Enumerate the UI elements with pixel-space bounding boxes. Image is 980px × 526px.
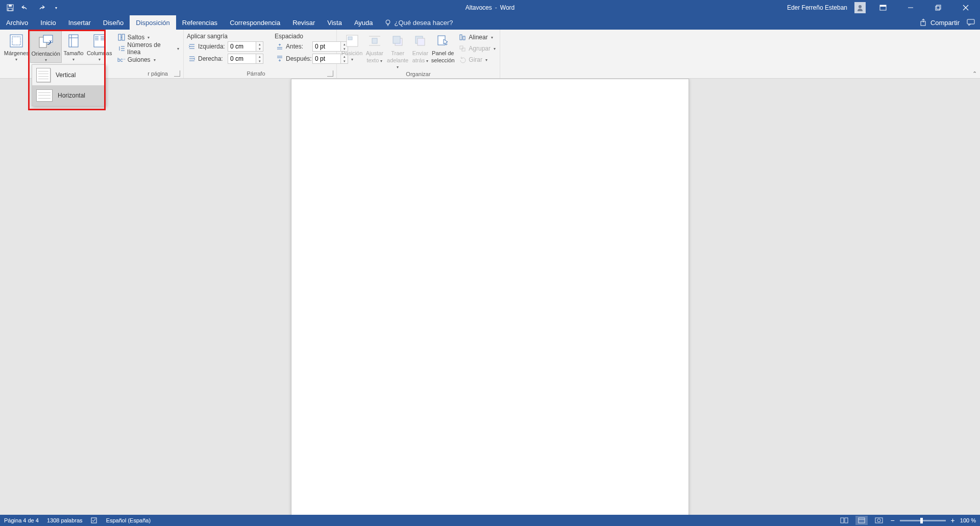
status-language[interactable]: Español (España) — [106, 517, 151, 523]
status-page[interactable]: Página 4 de 4 — [4, 517, 39, 523]
size-label: Tamaño — [64, 50, 84, 56]
share-label: Compartir — [930, 19, 960, 27]
svg-rect-31 — [122, 34, 125, 40]
tab-archivo[interactable]: Archivo — [0, 15, 34, 30]
margins-button[interactable]: Márgenes ▾ — [3, 31, 30, 62]
user-avatar-icon[interactable] — [854, 2, 866, 13]
zoom-slider-thumb[interactable] — [920, 518, 923, 523]
share-button[interactable]: Compartir — [920, 19, 960, 27]
spin-down-icon[interactable]: ▾ — [256, 46, 263, 51]
send-backward-label-2: atrás — [412, 57, 425, 63]
indent-right-spinner[interactable]: ▴▾ — [228, 53, 263, 64]
ribbon: Márgenes ▾ Orientación ▾ Tamaño ▾ — [0, 30, 980, 79]
collapse-ribbon-icon[interactable]: ⌃ — [972, 70, 977, 77]
svg-rect-53 — [859, 518, 865, 523]
wrap-text-label-1: Ajustar — [366, 50, 383, 56]
tab-inicio[interactable]: Inicio — [34, 15, 62, 30]
selection-pane-label-1: Panel de — [432, 50, 454, 56]
tab-referencias[interactable]: Referencias — [176, 15, 224, 30]
position-icon — [344, 33, 360, 49]
indent-left-row: Izquierda: ▴▾ — [187, 41, 264, 52]
columns-label: Columnas — [87, 50, 112, 56]
title-separator: - — [495, 4, 497, 11]
send-backward-button[interactable]: Enviar atrás ▾ — [410, 31, 431, 63]
tab-correspondencia[interactable]: Correspondencia — [224, 15, 286, 30]
page[interactable] — [291, 79, 689, 515]
arrange-group-label: Organizar — [340, 71, 497, 77]
indent-right-label: Derecha: — [198, 55, 226, 62]
orientation-button[interactable]: Orientación ▾ — [30, 31, 62, 63]
status-proofing-icon[interactable] — [91, 517, 98, 524]
redo-icon[interactable] — [37, 4, 45, 12]
spin-down-icon[interactable]: ▾ — [256, 59, 263, 63]
tab-revisar[interactable]: Revisar — [286, 15, 321, 30]
indent-right-icon — [188, 55, 196, 63]
user-name[interactable]: Eder Ferreño Esteban — [787, 4, 847, 11]
ribbon-display-icon[interactable] — [873, 0, 893, 15]
tell-me-input[interactable] — [395, 19, 481, 27]
tell-me[interactable] — [379, 15, 486, 30]
zoom-level[interactable]: 100 % — [960, 517, 976, 523]
group-objects-button[interactable]: Agrupar▾ — [457, 43, 497, 54]
indent-left-spinner[interactable]: ▴▾ — [228, 41, 263, 52]
tab-vista[interactable]: Vista — [321, 15, 348, 30]
spin-up-icon[interactable]: ▴ — [256, 42, 263, 46]
status-word-count[interactable]: 1308 palabras — [47, 517, 83, 523]
orientation-vertical[interactable]: Vertical — [32, 65, 105, 85]
align-button[interactable]: Alinear▾ — [457, 32, 497, 43]
group-label-arrange: Organizar — [340, 69, 497, 78]
svg-rect-51 — [841, 518, 844, 523]
view-web-layout-icon[interactable] — [873, 516, 885, 525]
wrap-text-label-2: texto — [366, 57, 379, 63]
tab-ayuda[interactable]: Ayuda — [348, 15, 379, 30]
dropdown-icon: ▾ — [45, 58, 47, 62]
dialog-launcher-icon[interactable] — [174, 70, 180, 77]
zoom-slider[interactable] — [900, 520, 946, 521]
undo-icon[interactable] — [21, 4, 30, 12]
comments-icon[interactable] — [967, 19, 975, 26]
close-button[interactable] — [955, 0, 976, 15]
view-read-mode-icon[interactable] — [838, 516, 850, 525]
svg-rect-42 — [393, 36, 400, 43]
dropdown-icon: ▾ — [72, 57, 75, 62]
tab-diseno[interactable]: Diseño — [97, 15, 130, 30]
tab-insertar[interactable]: Insertar — [62, 15, 97, 30]
svg-rect-8 — [937, 5, 941, 9]
qat-customize-icon[interactable]: ▾ — [52, 4, 60, 12]
share-area: Compartir — [920, 15, 980, 30]
breaks-icon — [117, 33, 126, 41]
group-label-paragraph: Párrafo — [187, 69, 333, 78]
wrap-text-button[interactable]: Ajustar texto ▾ — [364, 31, 385, 63]
size-button[interactable]: Tamaño ▾ — [62, 31, 86, 62]
save-icon[interactable] — [6, 4, 14, 12]
hyphenation-label: Guiones — [128, 56, 151, 63]
minimize-button[interactable] — [900, 0, 921, 15]
line-numbers-button[interactable]: Números de línea▾ — [116, 43, 180, 54]
columns-button[interactable]: Columnas ▾ — [85, 31, 113, 62]
svg-point-11 — [386, 20, 390, 24]
margins-label: Márgenes — [4, 50, 29, 56]
dialog-launcher-icon[interactable] — [327, 70, 333, 77]
hyphenation-button[interactable]: bc⁻ Guiones▾ — [116, 54, 180, 65]
spin-up-icon[interactable]: ▴ — [256, 54, 263, 59]
svg-rect-38 — [372, 38, 377, 43]
position-button[interactable]: Posición ▾ — [340, 31, 364, 62]
svg-rect-1 — [9, 5, 12, 7]
selection-pane-button[interactable]: Panel de selección — [430, 31, 455, 63]
document-name: Altavoces — [465, 4, 492, 11]
svg-rect-37 — [348, 37, 352, 40]
indent-left-input[interactable] — [228, 41, 256, 52]
document-area[interactable] — [0, 79, 980, 515]
orientation-horizontal[interactable]: Horizontal — [32, 85, 105, 106]
indent-right-input[interactable] — [228, 54, 256, 64]
zoom-in-button[interactable]: + — [951, 516, 955, 524]
bring-forward-label-2: adelante — [387, 57, 408, 63]
maximize-button[interactable] — [928, 0, 948, 15]
view-print-layout-icon[interactable] — [855, 516, 868, 525]
rotate-button[interactable]: Girar▾ — [457, 54, 497, 65]
tab-disposicion[interactable]: Disposición — [130, 15, 176, 30]
bring-forward-button[interactable]: Traer adelante ▾ — [385, 31, 410, 69]
hyphenation-icon: bc⁻ — [117, 56, 126, 64]
zoom-out-button[interactable]: − — [890, 516, 894, 524]
group-paragraph: Aplicar sangría Izquierda: ▴▾ Derecha: ▴… — [184, 30, 337, 78]
